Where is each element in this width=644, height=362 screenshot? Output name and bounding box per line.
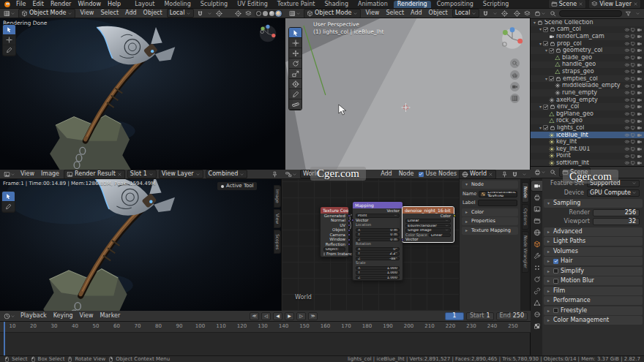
eye-visibility-toggle[interactable] <box>624 146 630 152</box>
eye-visibility-toggle[interactable] <box>624 139 630 145</box>
outliner-row-iceblue-lht[interactable]: iceBlue_lht <box>531 132 644 139</box>
outliner-search-field[interactable] <box>559 10 622 17</box>
collection-checkbox[interactable] <box>543 125 548 130</box>
end-frame-field[interactable]: End250 <box>496 312 528 320</box>
disclosure-icon[interactable]: ▾ <box>532 20 537 25</box>
camera-visibility-toggle[interactable] <box>637 34 643 39</box>
value-field[interactable]: X0 m <box>356 228 400 233</box>
eye-visibility-toggle[interactable] <box>624 27 630 33</box>
snap-options-button[interactable] <box>492 10 498 17</box>
outliner-row-bgplane-geo[interactable]: bgPlane_geo <box>531 110 644 118</box>
tool-select-box[interactable] <box>3 25 15 35</box>
workspace-tab-texture-paint[interactable]: Texture Paint <box>274 1 319 8</box>
menu-add[interactable]: Add <box>123 10 139 17</box>
viewport[interactable]: User Perspective (1) lights_col | iceBlu… <box>285 18 531 170</box>
menu-keying[interactable]: Keying <box>51 312 75 320</box>
camera-visibility-toggle[interactable] <box>637 76 643 82</box>
nav-perspective-button[interactable] <box>510 94 520 103</box>
screen-visibility-toggle[interactable] <box>630 55 636 61</box>
properties-tab-output[interactable] <box>531 192 542 203</box>
menu-object[interactable]: Object <box>141 10 165 17</box>
workspace-tab-modeling[interactable]: Modeling <box>160 1 194 8</box>
sidebar-tab-node-wrangler[interactable]: Node Wrangler <box>522 231 529 273</box>
output-socket-window[interactable] <box>348 238 351 241</box>
menu-playback[interactable]: Playback <box>18 312 49 320</box>
collection-checkbox[interactable] <box>549 76 554 81</box>
field-linear[interactable]: Linear <box>405 219 451 223</box>
properties-tab-view-layer[interactable] <box>531 204 542 214</box>
tool-cursor[interactable] <box>3 35 15 45</box>
node-editor[interactable]: Texture CoordinateGeneratedNormalUVObjec… <box>282 179 531 311</box>
camera-visibility-toggle[interactable] <box>637 104 643 110</box>
blender-logo-icon[interactable] <box>3 0 12 9</box>
camera-visibility-toggle[interactable] <box>637 125 643 131</box>
gizmos-toggle[interactable] <box>234 10 242 18</box>
node-header[interactable]: denoise_night_16-bit <box>402 207 454 214</box>
section-performance[interactable]: ▸Performance <box>544 296 643 305</box>
camera-visibility-toggle[interactable] <box>637 160 643 166</box>
workspace-tab-sculpting[interactable]: Sculpting <box>197 1 231 8</box>
section-color-management[interactable]: ▸Color Management <box>544 316 643 325</box>
tool-scale[interactable] <box>289 69 302 79</box>
outliner-search-button[interactable] <box>549 10 557 18</box>
properties-tab-constraints[interactable] <box>531 286 542 296</box>
properties-tab-world[interactable] <box>531 227 542 238</box>
transport-jump-end-button[interactable]: ≫ <box>308 312 318 320</box>
pin-button[interactable] <box>501 170 509 178</box>
workspace-tab-layout[interactable]: Layout <box>131 1 158 8</box>
tool-transform[interactable] <box>289 79 302 89</box>
properties-tab-physics[interactable] <box>531 274 542 284</box>
nav-zoom-button[interactable] <box>510 59 520 68</box>
section-simplify[interactable]: ▸Simplify <box>544 267 643 276</box>
shading-wire-button[interactable] <box>256 11 261 16</box>
snap-options-button[interactable] <box>206 10 213 17</box>
tool-annotate[interactable] <box>2 202 15 212</box>
start-frame-field[interactable]: Start1 <box>466 312 494 320</box>
disclosure-icon[interactable]: ▾ <box>544 48 549 53</box>
screen-visibility-toggle[interactable] <box>630 139 636 145</box>
screen-visibility-toggle[interactable] <box>630 111 636 117</box>
eye-visibility-toggle[interactable] <box>624 160 630 166</box>
editor-type-button[interactable] <box>533 168 547 176</box>
active-tool-popover[interactable]: Active Tool <box>217 182 257 190</box>
eye-visibility-toggle[interactable] <box>624 55 630 61</box>
eye-visibility-toggle[interactable] <box>624 34 630 39</box>
camera-visibility-toggle[interactable] <box>637 83 643 89</box>
section-hair[interactable]: ▸Hair <box>544 257 643 265</box>
screen-visibility-toggle[interactable] <box>630 76 636 82</box>
use-nodes-checkbox[interactable] <box>419 172 424 177</box>
properties-search-button[interactable] <box>549 168 557 176</box>
sidebar-tab-scopes[interactable]: Scopes <box>274 230 281 254</box>
sidebar-tab-options[interactable]: Options <box>522 204 529 230</box>
playhead[interactable] <box>4 333 5 355</box>
checkbox-hair[interactable] <box>553 259 558 264</box>
screen-visibility-toggle[interactable] <box>630 160 636 166</box>
disclosure-icon[interactable]: ▾ <box>538 105 543 109</box>
camera-visibility-toggle[interactable] <box>637 55 643 61</box>
type-dropdown[interactable]: Point <box>356 214 400 218</box>
eye-visibility-toggle[interactable] <box>624 48 630 53</box>
sidebar-tab-image[interactable]: Image <box>274 185 281 208</box>
workspace-tab-scripting[interactable]: Scripting <box>479 1 513 8</box>
value-field[interactable]: Y0 m <box>356 233 400 237</box>
section-motion-blur[interactable]: ▸Motion Blur <box>544 276 643 285</box>
properties-tab-object[interactable] <box>531 239 542 249</box>
slot-selector[interactable]: Slot 1 <box>127 170 157 178</box>
overlays-toggle[interactable] <box>523 10 531 18</box>
field-value-render[interactable]: 256 <box>593 209 640 216</box>
outliner-row-prop-col[interactable]: ▾prop_col <box>531 40 644 48</box>
outliner-row-axerig-empty[interactable]: axeRig_empty <box>531 97 644 104</box>
pass-selector[interactable]: Combined <box>206 170 248 178</box>
screen-visibility-toggle[interactable] <box>630 62 636 68</box>
camera-visibility-toggle[interactable] <box>637 111 643 117</box>
collection-checkbox[interactable] <box>543 41 548 46</box>
transport-next-keyframe-button[interactable]: ▷ <box>296 312 306 320</box>
collection-checkbox[interactable] <box>543 27 548 32</box>
eye-visibility-toggle[interactable] <box>624 83 630 89</box>
vector-input-socket[interactable] <box>401 238 404 241</box>
eye-visibility-toggle[interactable] <box>624 111 630 117</box>
overlays-toggle[interactable] <box>244 10 252 18</box>
screen-visibility-toggle[interactable] <box>630 97 636 103</box>
properties-tab-material[interactable] <box>531 309 542 320</box>
nav-camera-button[interactable] <box>510 82 520 91</box>
